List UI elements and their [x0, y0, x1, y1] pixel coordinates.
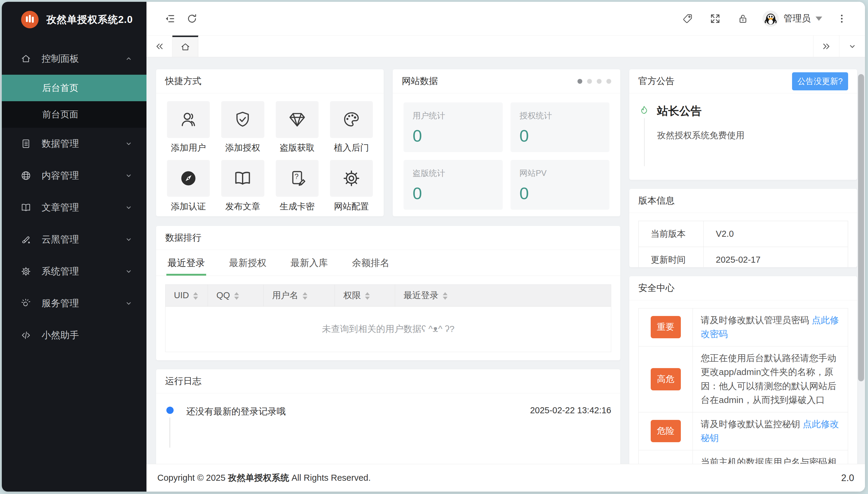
sidebar-item-label: 小然助手 — [42, 329, 79, 342]
quick-item-site-config[interactable]: 网站配置 — [330, 160, 373, 213]
stat-value: 0 — [412, 184, 494, 203]
quick-item-add-cert[interactable]: 添加认证 — [167, 160, 210, 213]
sidebar-item-article-management[interactable]: 文章管理 — [2, 192, 146, 224]
version-value: V2.0 — [704, 221, 848, 247]
topbar: 管理员 — [146, 2, 865, 36]
sidebar-item-content-management[interactable]: 内容管理 — [2, 160, 146, 192]
footer: Copyright © 2025 孜然单授权系统 All Rights Rese… — [146, 464, 865, 492]
spark-icon — [20, 298, 34, 309]
tab-actions-icon[interactable] — [839, 36, 865, 57]
footer-version: 2.0 — [841, 473, 854, 483]
timeline-dot-icon — [166, 407, 173, 414]
sidebar-subitem-label: 前台页面 — [42, 109, 78, 121]
panel-title: 运行日志 — [156, 369, 620, 393]
quick-item-piracy[interactable]: 盗版获取 — [276, 101, 318, 154]
column-header-uid[interactable]: UID — [165, 285, 208, 306]
quick-label: 生成卡密 — [276, 201, 318, 213]
scrollbar-thumb[interactable] — [858, 74, 864, 381]
carousel-dot[interactable] — [606, 79, 611, 84]
stat-card-licenses: 授权统计 0 — [511, 102, 610, 152]
sidebar-item-label: 云黑管理 — [42, 233, 79, 246]
announcement-refresh-button[interactable]: 公告没更新? — [792, 72, 848, 90]
stat-card-users: 用户统计 0 — [404, 102, 503, 152]
sort-icon — [443, 292, 447, 300]
tag-icon[interactable] — [676, 7, 699, 30]
quick-item-add-user[interactable]: 添加用户 — [167, 101, 210, 154]
stats-grid: 用户统计 0 授权统计 0 盗版统计 0 — [393, 93, 620, 216]
announcement-post-title: 站长公告 — [657, 103, 848, 119]
chevron-down-icon — [124, 171, 133, 180]
column-header-username[interactable]: 用户名 — [263, 285, 335, 306]
column-header-recent-login[interactable]: 最近登录 — [395, 285, 611, 306]
table-row: 更新时间 2025-02-17 — [639, 247, 848, 267]
carousel-dot[interactable] — [577, 79, 582, 84]
quick-item-publish-article[interactable]: 发布文章 — [221, 160, 264, 213]
tab-recent-login[interactable]: 最近登录 — [166, 250, 206, 276]
collapse-menu-icon[interactable] — [159, 7, 181, 30]
app-title: 孜然单授权系统2.0 — [47, 13, 133, 26]
chevron-down-icon — [124, 299, 133, 308]
user-menu[interactable]: 管理员 — [762, 11, 822, 27]
book-icon — [221, 160, 264, 197]
flame-icon — [639, 103, 650, 115]
gem-icon — [276, 101, 318, 138]
chevron-down-icon — [124, 267, 133, 276]
update-time-value: 2025-02-17 — [704, 247, 848, 267]
sidebar-item-blacklist-management[interactable]: 云黑管理 — [2, 224, 146, 255]
unlock-icon[interactable] — [732, 7, 754, 30]
sidebar-item-label: 服务管理 — [42, 297, 79, 310]
sidebar-item-service-management[interactable]: 服务管理 — [2, 287, 146, 319]
carousel-dot[interactable] — [587, 79, 592, 84]
column-header-qq[interactable]: QQ — [208, 285, 263, 306]
tab-balance-ranking[interactable]: 余额排名 — [351, 250, 391, 276]
stat-value: 0 — [412, 126, 494, 146]
quick-item-generate-key[interactable]: 生成卡密 — [276, 160, 318, 213]
sidebar-item-assistant[interactable]: 小然助手 — [2, 319, 146, 351]
tab-latest-license[interactable]: 最新授权 — [228, 250, 267, 276]
avatar — [762, 11, 779, 27]
sidebar-item-control-panel[interactable]: 控制面板 — [2, 43, 146, 75]
sidebar-item-system-management[interactable]: 系统管理 — [2, 255, 146, 287]
tabbar — [146, 36, 865, 57]
sort-icon — [234, 292, 239, 300]
quick-item-add-license[interactable]: 添加授权 — [221, 101, 264, 154]
column-header-permission[interactable]: 权限 — [335, 285, 395, 306]
refresh-icon[interactable] — [181, 7, 203, 30]
announcement-body: 站长公告 孜然授权系统免费使用 — [629, 93, 857, 166]
chevron-up-icon — [124, 54, 133, 63]
quick-label: 添加用户 — [167, 142, 210, 154]
panel-title: 网站数据 — [402, 75, 438, 87]
version-table: 当前版本 V2.0 更新时间 2025-02-17 — [638, 221, 848, 267]
carousel-dots — [577, 79, 611, 84]
compass-icon — [167, 160, 210, 197]
log-timestamp: 2025-02-22 13:42:16 — [530, 405, 611, 415]
left-column: 快捷方式 添加用户 添加授权 — [156, 69, 620, 492]
table-row: 重要 请及时修改默认管理员密码 点此修改密码 — [639, 308, 848, 346]
quick-item-backdoor[interactable]: 植入后门 — [330, 101, 373, 154]
fullscreen-icon[interactable] — [704, 7, 726, 30]
quick-label: 发布文章 — [221, 201, 264, 213]
panel-title: 快捷方式 — [156, 69, 384, 93]
stat-label: 盗版统计 — [412, 168, 494, 178]
sidebar-item-label: 数据管理 — [42, 137, 79, 150]
tab-home[interactable] — [172, 36, 198, 57]
app-window: 孜然单授权系统2.0 控制面板 后台首页 前台页面 数据管理 内容管理 — [2, 2, 865, 492]
scroll-tabs-right-icon[interactable] — [813, 36, 839, 57]
tab-latest-entry[interactable]: 最新入库 — [289, 250, 329, 276]
security-text: 您正在使用后台默认路径请您手动更改app/admin文件夹的名称，原因：他人可以… — [701, 353, 836, 405]
sidebar-item-label: 文章管理 — [42, 201, 79, 214]
chevron-down-icon — [124, 203, 133, 212]
more-icon[interactable] — [831, 7, 853, 30]
sidebar-item-data-management[interactable]: 数据管理 — [2, 128, 146, 160]
stat-card-piracy: 盗版统计 0 — [404, 160, 503, 210]
sidebar-subitem-backend-home[interactable]: 后台首页 — [2, 75, 146, 101]
security-center-panel: 安全中心 重要 请及时修改默认管理员密码 点此修改密码 高危 您正在使用后台默认… — [629, 276, 857, 492]
stat-label: 用户统计 — [412, 110, 494, 121]
quick-grid: 添加用户 添加授权 盗版获取 — [156, 93, 384, 213]
scroll-tabs-left-icon[interactable] — [146, 36, 172, 57]
quick-label: 网站配置 — [330, 201, 373, 213]
code-icon — [20, 330, 34, 341]
caret-down-icon — [816, 17, 822, 24]
sidebar-subitem-frontend-page[interactable]: 前台页面 — [2, 101, 146, 128]
carousel-dot[interactable] — [597, 79, 602, 84]
